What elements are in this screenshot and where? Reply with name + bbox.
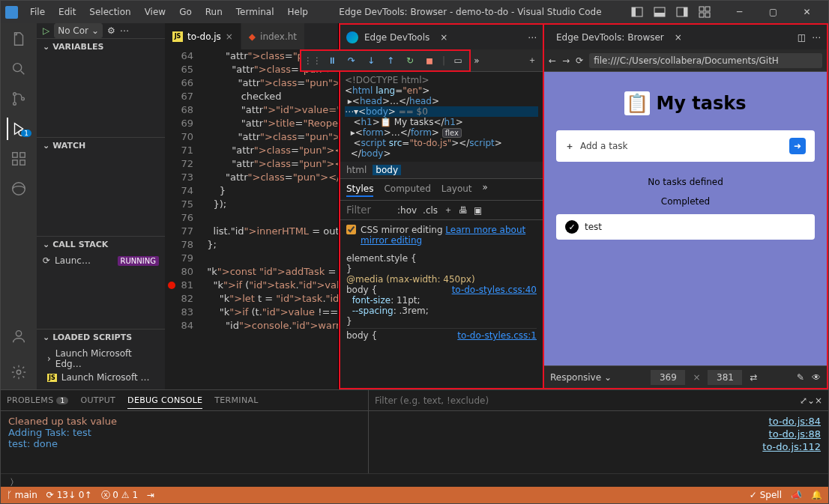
errors-status[interactable]: ⓧ 0 ⚠ 1 bbox=[101, 489, 139, 502]
restart-icon[interactable]: ↻ bbox=[403, 54, 417, 67]
editor-tab-todo[interactable]: JSto-do.js× bbox=[165, 23, 241, 49]
chevron-down-icon[interactable]: ⌄ bbox=[807, 395, 815, 406]
menu-edit[interactable]: Edit bbox=[52, 4, 82, 20]
step-out-icon[interactable]: ↑ bbox=[384, 54, 397, 67]
dom-tree[interactable]: <!DOCTYPE html> <html lang="en"> ▸<head>… bbox=[340, 72, 543, 162]
eye-icon[interactable]: 👁 bbox=[812, 372, 821, 383]
code-content[interactable]: "attr">class="pun"><"attr">class="tag">l… bbox=[201, 49, 338, 333]
split-icon[interactable]: ◫ bbox=[798, 32, 806, 43]
more-icon[interactable]: ⋯ bbox=[528, 32, 537, 43]
width-input[interactable] bbox=[651, 370, 685, 385]
spell-status[interactable]: ✓ Spell bbox=[750, 490, 782, 500]
styles-pane[interactable]: element.style { } @media (max-width: 450… bbox=[340, 250, 543, 344]
tab-problems[interactable]: PROBLEMS1 bbox=[7, 392, 68, 408]
horizontal-scrollbar[interactable]: 〉 bbox=[1, 473, 828, 487]
tab-debug-console[interactable]: DEBUG CONSOLE bbox=[127, 392, 202, 409]
debug-config-dropdown[interactable]: No Cor⌄ bbox=[54, 23, 103, 38]
section-variables[interactable]: ⌄VARIABLES bbox=[37, 39, 165, 55]
add-tab-icon[interactable]: ＋ bbox=[528, 54, 537, 67]
source-link[interactable]: to-do.js:88 bbox=[769, 428, 821, 440]
step-into-icon[interactable]: ↓ bbox=[364, 54, 378, 67]
back-icon[interactable]: ← bbox=[549, 55, 556, 66]
forward-icon[interactable]: → bbox=[562, 55, 570, 66]
maximize-button[interactable]: ▢ bbox=[756, 1, 790, 23]
menu-help[interactable]: Help bbox=[282, 4, 314, 20]
screencast-icon[interactable]: ▭ bbox=[451, 54, 465, 67]
close-button[interactable]: ✕ bbox=[790, 1, 824, 23]
debug-console-output[interactable]: Cleaned up task valueAdding Task: testte… bbox=[1, 411, 368, 473]
drag-icon[interactable]: ⋮⋮ bbox=[306, 54, 319, 67]
start-debugging-icon[interactable]: ▷ bbox=[43, 25, 49, 36]
port-icon[interactable]: ⇥ bbox=[147, 490, 154, 500]
layout-bottom-icon[interactable] bbox=[652, 4, 667, 19]
breadcrumb[interactable]: html body bbox=[340, 162, 543, 178]
add-task-input[interactable]: ＋ Add a task ➜ bbox=[556, 130, 815, 162]
submit-icon[interactable]: ➜ bbox=[789, 138, 806, 154]
tab-output[interactable]: OUTPUT bbox=[80, 392, 115, 408]
edge-mgmt-icon[interactable] bbox=[7, 177, 30, 200]
address-bar[interactable]: file:///C:/Users/collabera/Documents/Git… bbox=[589, 53, 822, 68]
stop-icon[interactable]: ◼ bbox=[423, 54, 436, 67]
more-icon[interactable]: » bbox=[483, 182, 488, 197]
reload-icon[interactable]: ⟳ bbox=[576, 55, 583, 66]
hov-toggle[interactable]: :hov bbox=[397, 205, 417, 216]
rotate-icon[interactable]: ⇄ bbox=[750, 372, 757, 383]
sync-icon[interactable]: ⟳ 13↓ 0↑ bbox=[46, 490, 92, 500]
layout-right-icon[interactable] bbox=[675, 4, 690, 19]
feedback-icon[interactable]: 📣 bbox=[791, 490, 802, 500]
wand-icon[interactable]: ✎ bbox=[797, 372, 804, 383]
tab-layout[interactable]: Layout bbox=[441, 182, 472, 197]
close-icon[interactable]: × bbox=[226, 31, 233, 42]
close-icon[interactable]: × bbox=[815, 395, 822, 406]
tab-terminal[interactable]: TERMINAL bbox=[214, 392, 258, 408]
menu-run[interactable]: Run bbox=[199, 4, 229, 20]
source-control-icon[interactable] bbox=[7, 88, 30, 110]
account-icon[interactable] bbox=[7, 325, 30, 347]
responsive-dropdown[interactable]: Responsive ⌄ bbox=[550, 372, 612, 383]
run-debug-icon[interactable]: 1 bbox=[7, 118, 29, 140]
step-over-icon[interactable]: ↷ bbox=[345, 54, 358, 67]
section-watch[interactable]: ⌄WATCH bbox=[37, 138, 165, 154]
layout-customize-icon[interactable] bbox=[697, 4, 712, 19]
bell-icon[interactable]: 🔔 bbox=[811, 490, 822, 500]
menu-file[interactable]: File bbox=[24, 4, 51, 20]
close-icon[interactable]: × bbox=[675, 32, 682, 43]
console-filter-input[interactable] bbox=[375, 395, 800, 406]
check-icon[interactable]: ✓ bbox=[565, 220, 579, 234]
mirror-checkbox[interactable] bbox=[346, 225, 356, 234]
configure-icon[interactable]: ⚙ bbox=[107, 25, 115, 36]
layout-left-icon[interactable] bbox=[630, 4, 645, 19]
print-icon[interactable]: 🖶 bbox=[459, 205, 468, 216]
menu-selection[interactable]: Selection bbox=[83, 4, 136, 20]
new-rule-icon[interactable]: ＋ bbox=[444, 204, 453, 216]
section-loaded[interactable]: ⌄LOADED SCRIPTS bbox=[37, 330, 165, 345]
menu-go[interactable]: Go bbox=[173, 4, 198, 20]
search-icon[interactable] bbox=[7, 58, 30, 80]
loaded-script[interactable]: JSLaunch Microsoft … bbox=[40, 371, 162, 384]
pause-icon[interactable]: ⏸ bbox=[325, 54, 339, 67]
settings-icon[interactable] bbox=[7, 361, 30, 383]
branch-icon[interactable]: ᚴ main bbox=[7, 490, 37, 500]
more-tabs-icon[interactable]: » bbox=[474, 55, 479, 66]
styles-filter-input[interactable] bbox=[346, 204, 391, 216]
source-link[interactable]: to-do.js:112 bbox=[762, 441, 821, 452]
close-icon[interactable]: × bbox=[440, 32, 447, 43]
cls-toggle[interactable]: .cls bbox=[423, 205, 438, 216]
source-link[interactable]: to-do.js:84 bbox=[769, 416, 821, 427]
breakpoint-icon[interactable] bbox=[168, 282, 175, 289]
browser-viewport[interactable]: 📋My tasks ＋ Add a task ➜ No tasks define… bbox=[544, 72, 827, 365]
box-icon[interactable]: ▣ bbox=[474, 205, 482, 216]
explorer-icon[interactable] bbox=[7, 28, 30, 50]
loaded-script[interactable]: ›Launch Microsoft Edg… bbox=[40, 347, 162, 371]
extensions-icon[interactable] bbox=[7, 148, 30, 170]
tab-styles[interactable]: Styles bbox=[346, 182, 373, 197]
minimize-button[interactable]: ─ bbox=[723, 1, 756, 23]
height-input[interactable] bbox=[708, 370, 742, 385]
section-callstack[interactable]: ⌄CALL STACK bbox=[37, 237, 165, 252]
expand-icon[interactable]: ⤢ bbox=[800, 395, 807, 406]
menu-terminal[interactable]: Terminal bbox=[230, 4, 280, 20]
more-icon[interactable]: ⋯ bbox=[120, 25, 129, 36]
editor-tab-index[interactable]: ◆index.ht bbox=[241, 23, 305, 49]
task-item[interactable]: ✓ test bbox=[556, 214, 815, 240]
tab-computed[interactable]: Computed bbox=[384, 182, 430, 197]
